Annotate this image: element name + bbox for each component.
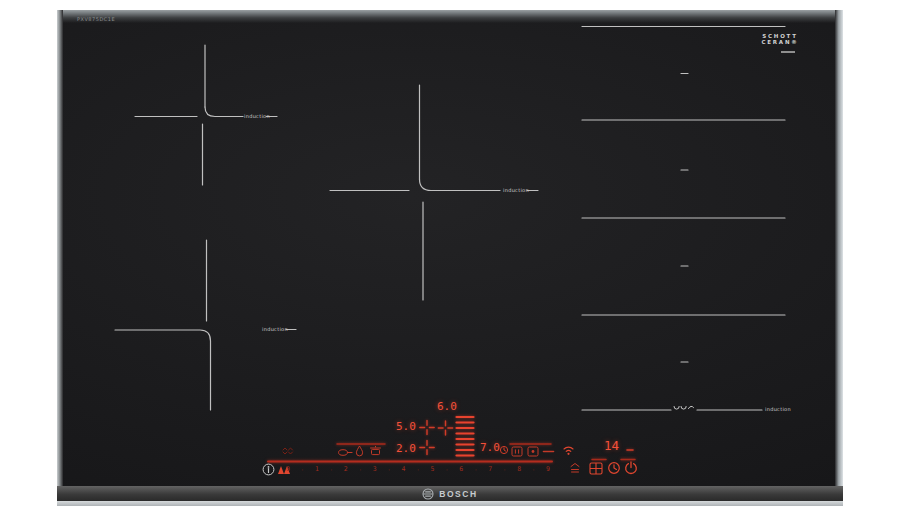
product-photo-bosch-induction-hob: PXV875DC1E SCHOTT CERAN® <box>0 0 900 506</box>
slider-dot: · <box>474 466 478 473</box>
power-display-middle-zone: 5.0 <box>396 421 416 432</box>
zone-marking-center <box>330 85 538 300</box>
flex-move-icon[interactable] <box>569 462 581 474</box>
slider-digit[interactable]: 1 <box>315 465 319 473</box>
clock-icon[interactable] <box>607 461 621 475</box>
slider-dot: · <box>416 466 420 473</box>
timer-display: 14 <box>604 440 619 452</box>
slider-digit[interactable]: 5 <box>430 465 434 473</box>
slider-digit[interactable]: 6 <box>459 465 463 473</box>
power-display-rear-zone: 6.0 <box>437 401 457 412</box>
slider-digit[interactable]: 7 <box>488 465 492 473</box>
slider-dot: · <box>301 466 305 473</box>
keep-warm-icon[interactable] <box>527 446 539 457</box>
front-edge-strip <box>57 501 843 506</box>
slider-digit[interactable]: 3 <box>373 465 377 473</box>
bridge-icon[interactable] <box>542 449 555 454</box>
grid-icon[interactable] <box>589 462 603 475</box>
bosch-wordmark: BOSCH <box>439 489 478 499</box>
induction-label-bottom-left: induction <box>262 326 288 332</box>
slider-digit[interactable]: 4 <box>402 465 406 473</box>
power-display-right-zone: 7.0 <box>480 442 500 453</box>
pot-icon[interactable] <box>369 445 382 456</box>
front-facia: BOSCH <box>57 486 843 501</box>
slider-digit[interactable]: 9 <box>546 465 550 473</box>
updown-arrows-icon[interactable] <box>281 447 294 455</box>
droplet-icon[interactable] <box>355 445 364 457</box>
timer-clock-icon[interactable] <box>499 445 509 455</box>
power-slider-scale[interactable]: 0 · 1 · 2 · 3 · 4 · 5 · 6 · 7 · 8 · 9 <box>286 464 550 474</box>
induction-label-flex-right: induction <box>765 406 791 412</box>
plus-markers <box>420 421 453 455</box>
pause-icon[interactable] <box>511 446 523 457</box>
zone-markings-layer <box>0 0 900 506</box>
slider-digit[interactable]: 2 <box>344 465 348 473</box>
zone-marking-flex-right <box>582 27 785 411</box>
flex-induction-icon <box>674 406 694 409</box>
induction-label-center: induction <box>503 187 529 193</box>
info-icon[interactable] <box>262 463 275 476</box>
slider-dot: · <box>387 466 391 473</box>
wifi-icon[interactable] <box>562 444 575 456</box>
slider-dot: · <box>532 466 536 473</box>
slider-dot: · <box>503 466 507 473</box>
slider-dot: · <box>358 466 362 473</box>
pan-icon[interactable] <box>338 448 353 457</box>
power-display-front-zone: 2.0 <box>396 443 416 454</box>
power-icon[interactable] <box>624 461 638 475</box>
slider-dot: · <box>445 466 449 473</box>
induction-label-top-left: induction <box>244 113 270 119</box>
slider-digit[interactable]: 8 <box>517 465 521 473</box>
power-level-bars <box>457 417 474 456</box>
red-panel-strokes <box>268 417 635 462</box>
slider-dot: · <box>329 466 333 473</box>
slider-digit[interactable]: 0 <box>286 465 290 473</box>
bosch-logo-icon <box>422 488 434 500</box>
